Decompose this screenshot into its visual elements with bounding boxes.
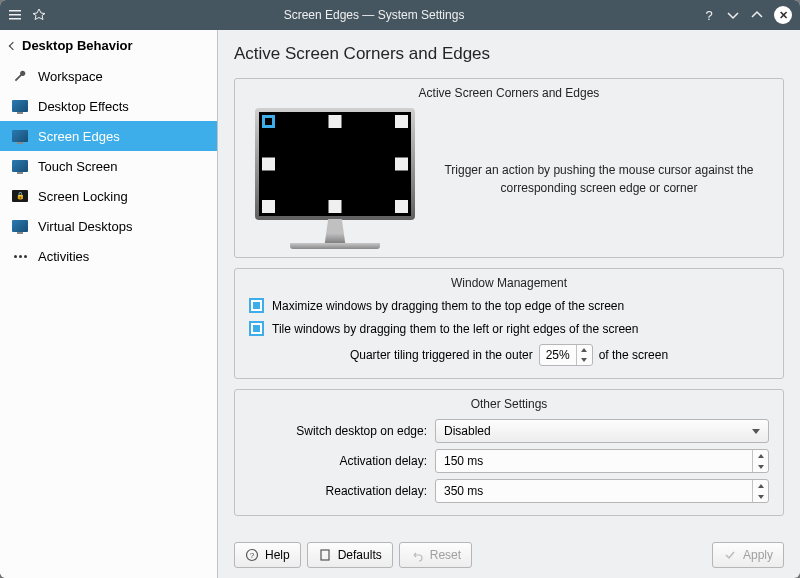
spin-down-icon[interactable] (753, 491, 768, 502)
help-button-label: Help (265, 548, 290, 562)
checkbox-maximize-label: Maximize windows by dragging them to the… (272, 299, 624, 313)
svg-rect-1 (9, 14, 21, 16)
sidebar-item-label: Screen Edges (38, 129, 120, 144)
edge-hotspot-top[interactable] (329, 115, 342, 128)
footer-buttons: ? Help Defaults Reset Apply (234, 540, 784, 568)
window-title: Screen Edges — System Settings (46, 8, 702, 22)
edge-hotspot-left[interactable] (262, 158, 275, 171)
lock-icon (12, 188, 28, 204)
sidebar-item-label: Screen Locking (38, 189, 128, 204)
sidebar-item-virtual-desktops[interactable]: Virtual Desktops (0, 211, 217, 241)
system-settings-window: Screen Edges — System Settings ? ✕ Deskt… (0, 0, 800, 578)
reset-button: Reset (399, 542, 472, 568)
defaults-button[interactable]: Defaults (307, 542, 393, 568)
wrench-icon (12, 68, 28, 84)
page-title: Active Screen Corners and Edges (234, 44, 784, 64)
sidebar-item-activities[interactable]: Activities (0, 241, 217, 271)
edge-hotspot-top-left[interactable] (262, 115, 275, 128)
activation-delay-input[interactable] (436, 450, 752, 472)
switch-desktop-select[interactable]: Disabled (435, 419, 769, 443)
monitor-preview (255, 108, 415, 249)
sidebar-header-label: Desktop Behavior (22, 38, 133, 53)
defaults-button-label: Defaults (338, 548, 382, 562)
sidebar: Desktop Behavior Workspace Desktop Effec… (0, 30, 218, 578)
sidebar-item-workspace[interactable]: Workspace (0, 61, 217, 91)
sidebar-item-screen-locking[interactable]: Screen Locking (0, 181, 217, 211)
checkbox-maximize[interactable] (249, 298, 264, 313)
spin-down-icon[interactable] (753, 461, 768, 472)
quarter-tiling-suffix: of the screen (599, 348, 668, 362)
monitor-icon (12, 128, 28, 144)
switch-desktop-value: Disabled (444, 424, 491, 438)
panel-title: Other Settings (235, 390, 783, 415)
spin-down-icon[interactable] (577, 355, 592, 365)
monitor-icon (12, 158, 28, 174)
svg-rect-5 (321, 550, 329, 560)
spin-up-icon[interactable] (577, 345, 592, 355)
sidebar-item-label: Workspace (38, 69, 103, 84)
chevron-left-icon (9, 41, 17, 49)
checkbox-tile-label: Tile windows by dragging them to the lef… (272, 322, 638, 336)
titlebar: Screen Edges — System Settings ? ✕ (0, 0, 800, 30)
main-content: Active Screen Corners and Edges Active S… (218, 30, 800, 578)
sidebar-back-header[interactable]: Desktop Behavior (0, 30, 217, 61)
reactivation-delay-spinner[interactable] (435, 479, 769, 503)
quarter-tiling-spinner[interactable] (539, 344, 593, 366)
quarter-tiling-input[interactable] (540, 345, 576, 365)
quarter-tiling-prefix: Quarter tiling triggered in the outer (350, 348, 533, 362)
help-icon[interactable]: ? (702, 8, 716, 22)
maximize-icon[interactable] (750, 8, 764, 22)
panel-title: Active Screen Corners and Edges (235, 79, 783, 104)
sidebar-item-touch-screen[interactable]: Touch Screen (0, 151, 217, 181)
svg-text:?: ? (250, 551, 255, 560)
activation-delay-label: Activation delay: (249, 454, 427, 468)
undo-icon (410, 548, 424, 562)
panel-hint-text: Trigger an action by pushing the mouse c… (435, 161, 763, 197)
panel-window-management: Window Management Maximize windows by dr… (234, 268, 784, 379)
edge-hotspot-bottom-right[interactable] (395, 200, 408, 213)
panel-active-edges: Active Screen Corners and Edges (234, 78, 784, 258)
app-menu-icon[interactable] (8, 8, 22, 22)
minimize-icon[interactable] (726, 8, 740, 22)
sidebar-item-label: Desktop Effects (38, 99, 129, 114)
edge-hotspot-bottom[interactable] (329, 200, 342, 213)
panel-other-settings: Other Settings Switch desktop on edge: D… (234, 389, 784, 516)
sidebar-item-screen-edges[interactable]: Screen Edges (0, 121, 217, 151)
sidebar-item-label: Activities (38, 249, 89, 264)
chevron-down-icon (752, 429, 760, 434)
help-icon: ? (245, 548, 259, 562)
sidebar-item-desktop-effects[interactable]: Desktop Effects (0, 91, 217, 121)
svg-rect-2 (9, 18, 21, 20)
switch-desktop-label: Switch desktop on edge: (249, 424, 427, 438)
spin-up-icon[interactable] (753, 480, 768, 491)
apply-button-label: Apply (743, 548, 773, 562)
svg-rect-0 (9, 10, 21, 12)
document-icon (318, 548, 332, 562)
close-button[interactable]: ✕ (774, 6, 792, 24)
sidebar-item-label: Touch Screen (38, 159, 118, 174)
panel-title: Window Management (235, 269, 783, 294)
spin-up-icon[interactable] (753, 450, 768, 461)
edge-hotspot-bottom-left[interactable] (262, 200, 275, 213)
checkbox-tile[interactable] (249, 321, 264, 336)
monitor-icon (12, 98, 28, 114)
check-icon (723, 548, 737, 562)
reactivation-delay-input[interactable] (436, 480, 752, 502)
edge-hotspot-top-right[interactable] (395, 115, 408, 128)
dots-icon (12, 248, 28, 264)
reset-button-label: Reset (430, 548, 461, 562)
apply-button: Apply (712, 542, 784, 568)
monitor-icon (12, 218, 28, 234)
help-button[interactable]: ? Help (234, 542, 301, 568)
pin-icon[interactable] (32, 8, 46, 22)
reactivation-delay-label: Reactivation delay: (249, 484, 427, 498)
activation-delay-spinner[interactable] (435, 449, 769, 473)
sidebar-item-label: Virtual Desktops (38, 219, 132, 234)
edge-hotspot-right[interactable] (395, 158, 408, 171)
